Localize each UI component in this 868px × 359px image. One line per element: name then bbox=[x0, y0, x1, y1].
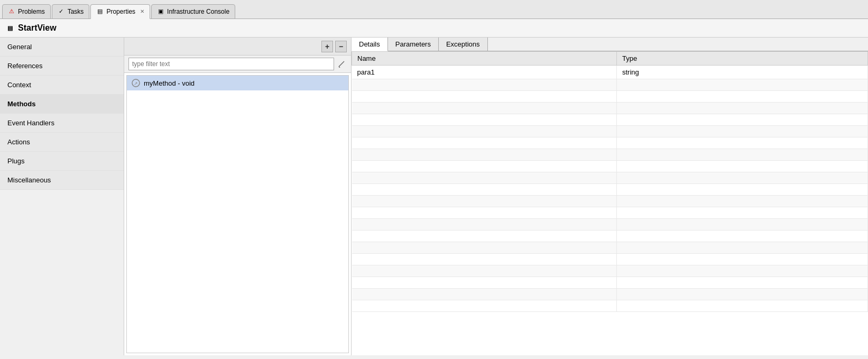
sidebar-item-miscellaneous[interactable]: Miscellaneous bbox=[0, 171, 124, 190]
table-empty-row bbox=[352, 79, 868, 91]
method-list: ↗ myMethod - void bbox=[126, 75, 349, 353]
table-empty-row bbox=[352, 172, 868, 184]
table-empty-row bbox=[352, 219, 868, 231]
middle-panel: + − ↗ bbox=[124, 38, 352, 355]
svg-line-1 bbox=[343, 61, 344, 62]
middle-toolbar: + − bbox=[124, 38, 351, 56]
param-name-cell: para1 bbox=[352, 66, 617, 79]
table-empty-row bbox=[352, 161, 868, 172]
table-empty-row bbox=[352, 114, 868, 126]
page-title-bar: ▤ StartView bbox=[0, 19, 868, 38]
sidebar-item-actions[interactable]: Actions bbox=[0, 133, 124, 152]
tab-parameters[interactable]: Parameters bbox=[388, 38, 439, 51]
svg-text:↗: ↗ bbox=[134, 81, 138, 86]
table-empty-row bbox=[352, 196, 868, 207]
detail-tabs: Details Parameters Exceptions bbox=[352, 38, 868, 51]
problems-icon: ⚠ bbox=[8, 8, 15, 15]
method-icon: ↗ bbox=[131, 78, 141, 88]
edit-icon bbox=[338, 60, 345, 68]
table-empty-row bbox=[352, 184, 868, 196]
table-empty-row bbox=[352, 91, 868, 103]
sidebar-item-general[interactable]: General bbox=[0, 38, 124, 57]
table-empty-row bbox=[352, 242, 868, 254]
tab-problems-label: Problems bbox=[18, 8, 45, 15]
tab-properties[interactable]: ▤ Properties ✕ bbox=[90, 4, 150, 19]
table-empty-row bbox=[352, 103, 868, 114]
params-table: Name Type para1 string bbox=[352, 51, 868, 312]
table-empty-row bbox=[352, 137, 868, 149]
page-title-icon: ▤ bbox=[6, 24, 14, 32]
tab-bar: ⚠ Problems ✓ Tasks ▤ Properties ✕ ▣ Infr… bbox=[0, 0, 868, 19]
page-title: StartView bbox=[18, 23, 57, 33]
table-empty-row bbox=[352, 254, 868, 265]
main-layout: General References Context Methods Event… bbox=[0, 38, 868, 355]
tab-properties-close[interactable]: ✕ bbox=[140, 8, 144, 14]
tab-infra-console[interactable]: ▣ Infrastructure Console bbox=[151, 4, 235, 19]
tab-exceptions[interactable]: Exceptions bbox=[439, 38, 488, 51]
method-item-myMethod[interactable]: ↗ myMethod - void bbox=[127, 76, 348, 90]
tab-properties-label: Properties bbox=[106, 8, 135, 15]
col-type-header: Type bbox=[617, 52, 868, 66]
table-empty-row bbox=[352, 277, 868, 289]
table-empty-row bbox=[352, 149, 868, 161]
remove-method-button[interactable]: − bbox=[335, 41, 347, 52]
sidebar-item-methods[interactable]: Methods bbox=[0, 95, 124, 114]
table-empty-row bbox=[352, 265, 868, 277]
right-panel: Details Parameters Exceptions Name Type bbox=[352, 38, 868, 355]
tab-tasks[interactable]: ✓ Tasks bbox=[52, 4, 90, 19]
filter-clear-button[interactable] bbox=[336, 59, 347, 69]
tab-problems[interactable]: ⚠ Problems bbox=[2, 4, 51, 19]
properties-icon: ▤ bbox=[96, 8, 104, 15]
sidebar-item-event-handlers[interactable]: Event Handlers bbox=[0, 114, 124, 133]
svg-line-0 bbox=[339, 62, 343, 67]
sidebar: General References Context Methods Event… bbox=[0, 38, 124, 355]
sidebar-spacer bbox=[0, 190, 124, 355]
add-method-button[interactable]: + bbox=[321, 41, 333, 52]
col-name-header: Name bbox=[352, 52, 617, 66]
tab-infra-console-label: Infrastructure Console bbox=[167, 8, 229, 15]
table-empty-row bbox=[352, 231, 868, 242]
sidebar-item-references[interactable]: References bbox=[0, 57, 124, 76]
table-empty-row bbox=[352, 126, 868, 137]
table-empty-row bbox=[352, 207, 868, 219]
infra-console-icon: ▣ bbox=[157, 8, 164, 15]
filter-row bbox=[124, 56, 351, 73]
method-label: myMethod - void bbox=[144, 79, 195, 87]
table-row[interactable]: para1 string bbox=[352, 66, 868, 79]
param-type-cell: string bbox=[617, 66, 868, 79]
table-empty-row bbox=[352, 300, 868, 312]
svg-line-2 bbox=[339, 67, 340, 68]
tasks-icon: ✓ bbox=[58, 8, 65, 15]
sidebar-item-context[interactable]: Context bbox=[0, 76, 124, 95]
table-empty-row bbox=[352, 289, 868, 300]
sidebar-item-plugs[interactable]: Plugs bbox=[0, 152, 124, 171]
tab-tasks-label: Tasks bbox=[68, 8, 84, 15]
filter-input[interactable] bbox=[128, 58, 334, 70]
tab-details[interactable]: Details bbox=[352, 38, 388, 51]
